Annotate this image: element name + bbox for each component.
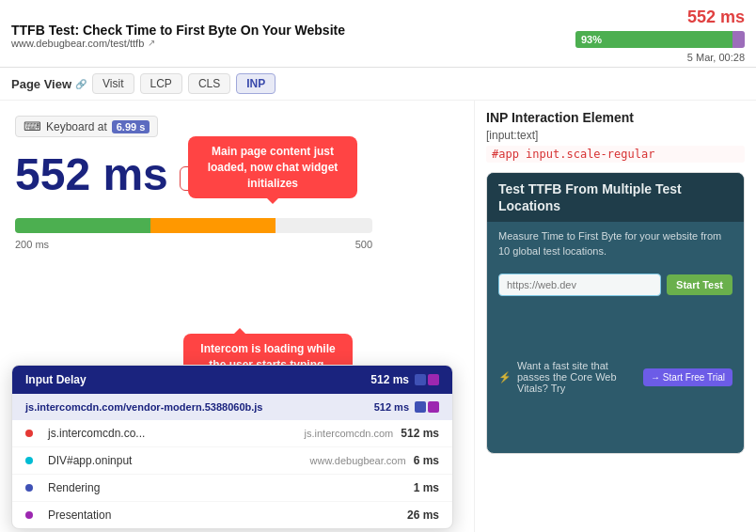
header: TTFB Test: Check Time to First Byte On Y…	[0, 0, 756, 68]
detail-item: js.intercomcdn.co... js.intercomcdn.com …	[12, 420, 452, 447]
item-ms: 512 ms	[401, 427, 439, 440]
date-label: 5 Mar, 00:28	[687, 52, 745, 63]
item-domain: js.intercomcdn.com	[305, 428, 394, 439]
item-name: js.intercomcdn.co...	[48, 427, 297, 440]
callout-top: Main page content just loaded, now chat …	[188, 136, 357, 198]
item-ms: 6 ms	[414, 454, 439, 467]
header-bars	[415, 374, 439, 385]
item-name: Presentation	[48, 509, 392, 522]
start-free-trial-button[interactable]: → Start Free Trial	[643, 368, 732, 386]
detail-card: Input Delay 512 ms js.intercomcdn.com/ve…	[11, 365, 453, 529]
tab-visit[interactable]: Visit	[92, 73, 134, 94]
tab-inp[interactable]: INP	[236, 73, 276, 94]
detail-items: js.intercomcdn.co... js.intercomcdn.com …	[12, 420, 452, 528]
bar-blue	[415, 374, 426, 385]
progress-bar-end	[732, 31, 745, 48]
sub-bar-blue	[415, 401, 426, 413]
link-icon: 🔗	[75, 79, 87, 89]
dot-purple	[25, 511, 33, 519]
inp-selector-type: [input:text]	[486, 129, 745, 142]
page-view-label: Page View 🔗	[11, 77, 87, 91]
page-view-bar: Page View 🔗 Visit LCP CLS INP	[0, 68, 756, 101]
preview-url-input[interactable]	[498, 274, 661, 296]
timeline-orange	[150, 218, 276, 233]
item-domain: www.debugbear.com	[310, 455, 406, 466]
tab-cls[interactable]: CLS	[188, 73, 230, 94]
timeline-labels: 200 ms 500	[15, 239, 372, 250]
footer-icon: ⚡	[498, 371, 512, 383]
dot-blue	[25, 484, 33, 492]
preview-input-row: Start Test	[487, 274, 744, 296]
dot-red	[25, 430, 33, 437]
page-title: TTFB Test: Check Time to First Byte On Y…	[11, 23, 345, 38]
sub-bar-purple	[428, 401, 439, 413]
detail-item: DIV#app.oninput www.debugbear.com 6 ms	[12, 447, 452, 475]
dot-teal	[25, 457, 33, 464]
inp-css-selector: #app input.scale-regular	[486, 146, 745, 163]
preview-footer: ⚡ Want a fast site that passes the Core …	[487, 352, 744, 401]
keyboard-icon: ⌨	[24, 119, 41, 133]
bar-purple	[428, 374, 439, 385]
main-content: Main page content just loaded, now chat …	[0, 101, 756, 532]
keyboard-badge: ⌨ Keyboard at 6.99 s	[15, 116, 158, 137]
sub-bars	[415, 401, 439, 413]
start-test-button[interactable]: Start Test	[667, 274, 732, 295]
preview-header: Test TTFB From Multiple Test Locations	[487, 173, 744, 222]
timeline-section: 200 ms 500	[15, 218, 459, 250]
external-link-icon: ↗	[148, 38, 155, 48]
item-ms: 26 ms	[407, 509, 439, 522]
header-left: TTFB Test: Check Time to First Byte On Y…	[11, 23, 345, 49]
detail-card-subrow: js.intercomcdn.com/vendor-modern.5388060…	[12, 394, 452, 420]
item-name: Rendering	[48, 481, 399, 494]
detail-item: Presentation 26 ms	[12, 502, 452, 528]
item-name: DIV#app.oninput	[48, 454, 303, 467]
tab-lcp[interactable]: LCP	[140, 73, 182, 94]
timeline-green	[15, 218, 150, 233]
ttfb-value: 552 ms	[687, 8, 745, 27]
detail-card-header: Input Delay 512 ms	[12, 366, 452, 394]
item-ms: 1 ms	[414, 481, 439, 494]
header-right: 552 ms 93% 5 Mar, 00:28	[575, 8, 745, 63]
header-url: www.debugbear.com/test/ttfb ↗	[11, 38, 345, 49]
detail-item: Rendering 1 ms	[12, 475, 452, 502]
progress-bar: 93%	[575, 31, 745, 48]
timeline-bar	[15, 218, 372, 233]
preview-body: Measure Time to First Byte for your webs…	[487, 222, 744, 266]
right-panel: INP Interaction Element [input:text] #ap…	[474, 101, 756, 532]
inp-value: 552 ms	[15, 152, 168, 197]
keyboard-time: 6.99 s	[112, 120, 150, 133]
inp-element-title: INP Interaction Element	[486, 110, 745, 125]
preview-card: Test TTFB From Multiple Test Locations M…	[486, 172, 745, 454]
progress-bar-fill: 93%	[575, 31, 732, 48]
